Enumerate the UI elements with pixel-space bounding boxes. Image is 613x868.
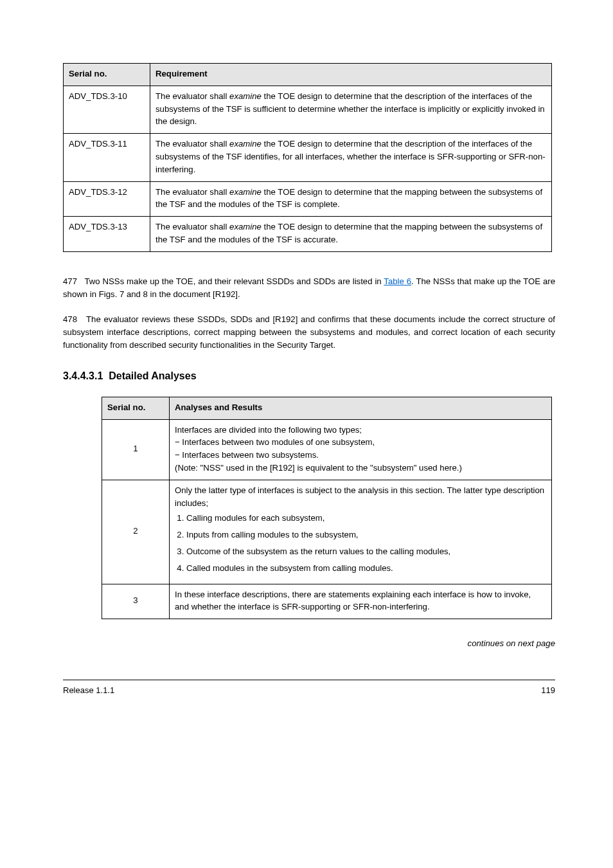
col-header-serial: Serial no. bbox=[64, 64, 150, 86]
cell-serial: 3 bbox=[102, 584, 170, 619]
table-header-row: Serial no. Requirement bbox=[64, 64, 552, 86]
table-row: ADV_TDS.3-10 The evaluator shall examine… bbox=[64, 86, 552, 133]
link-table6[interactable]: Table 6 bbox=[384, 276, 411, 286]
cell-requirement: The evaluator shall examine the TOE desi… bbox=[150, 217, 552, 252]
cell-serial: ADV_TDS.3-10 bbox=[64, 86, 150, 133]
col-header-requirement: Requirement bbox=[150, 64, 552, 86]
table-row: 3 In these interface descriptions, there… bbox=[102, 584, 552, 619]
table-header-row: Serial no. Analyses and Results bbox=[102, 397, 552, 419]
table-row: ADV_TDS.3-11 The evaluator shall examine… bbox=[64, 134, 552, 181]
page-footer: Release 1.1.1 119 bbox=[50, 684, 568, 697]
section-heading: 3.4.4.3.1 Detailed Analyses bbox=[63, 368, 555, 384]
cell-analyses: In these interface descriptions, there a… bbox=[170, 584, 552, 619]
cell-serial: ADV_TDS.3-13 bbox=[64, 217, 150, 252]
cell-analyses: Interfaces are divided into the followin… bbox=[170, 419, 552, 480]
col-header-serial: Serial no. bbox=[102, 397, 170, 419]
cell-requirement: The evaluator shall examine the TOE desi… bbox=[150, 181, 552, 217]
table-row: ADV_TDS.3-13 The evaluator shall examine… bbox=[64, 217, 552, 252]
footer-release: Release 1.1.1 bbox=[63, 684, 114, 697]
paragraph: 478 The evaluator reviews these SSDDs, S… bbox=[63, 313, 555, 351]
col-header-analyses: Analyses and Results bbox=[170, 397, 552, 419]
cell-serial: 1 bbox=[102, 419, 170, 480]
cell-requirement: The evaluator shall examine the TOE desi… bbox=[150, 134, 552, 181]
analyses-table: Serial no. Analyses and Results 1 Interf… bbox=[102, 397, 552, 619]
cell-serial: ADV_TDS.3-11 bbox=[64, 134, 150, 181]
table-row: 1 Interfaces are divided into the follow… bbox=[102, 419, 552, 480]
cell-serial: 2 bbox=[102, 480, 170, 584]
cell-serial: ADV_TDS.3-12 bbox=[64, 181, 150, 217]
continues-label: continues on next page bbox=[50, 637, 568, 650]
footer-rule bbox=[63, 680, 555, 680]
paragraph: 477 Two NSSs make up the TOE, and their … bbox=[63, 275, 555, 301]
cell-requirement: The evaluator shall examine the TOE desi… bbox=[150, 86, 552, 133]
table-row: ADV_TDS.3-12 The evaluator shall examine… bbox=[64, 181, 552, 217]
para-number: 477 bbox=[63, 276, 77, 286]
cell-analyses: Only the latter type of interfaces is su… bbox=[170, 480, 552, 584]
requirements-table: Serial no. Requirement ADV_TDS.3-10 The … bbox=[63, 63, 552, 252]
table-row: 2 Only the latter type of interfaces is … bbox=[102, 480, 552, 584]
footer-pageno: 119 bbox=[541, 684, 555, 697]
para-number: 478 bbox=[63, 314, 77, 324]
